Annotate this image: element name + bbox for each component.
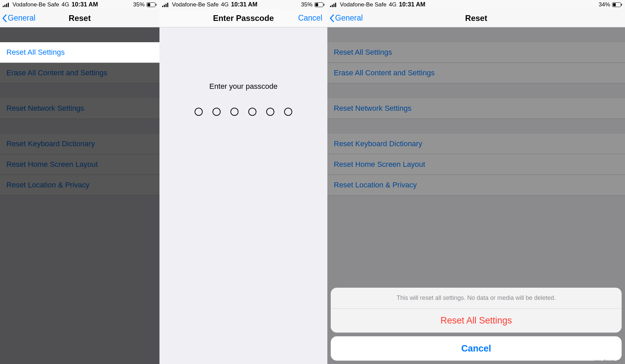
reset-network-row[interactable]: Reset Network Settings (327, 98, 625, 119)
signal-icon (330, 2, 338, 7)
svg-rect-8 (164, 5, 165, 7)
time-label: 10:31 AM (399, 1, 425, 8)
battery-percent: 34% (599, 1, 610, 8)
screen-action-sheet: Vodafone-Be Safe 4G 10:31 AM 34% General… (327, 0, 625, 364)
back-label: General (335, 14, 363, 23)
carrier-label: Vodafone-Be Safe (12, 1, 59, 8)
screen-reset-list: Vodafone-Be Safe 4G 10:31 AM 35% General… (0, 0, 159, 364)
screen-passcode: Vodafone-Be Safe 4G 10:31 AM 35% Enter P… (159, 0, 327, 364)
chevron-left-icon (2, 14, 7, 22)
svg-rect-7 (162, 6, 163, 7)
svg-rect-16 (333, 4, 334, 7)
svg-rect-5 (148, 3, 150, 6)
status-bar: Vodafone-Be Safe 4G 10:31 AM 35% (0, 0, 159, 9)
time-label: 10:31 AM (231, 1, 257, 8)
svg-rect-17 (335, 3, 336, 7)
reset-network-row[interactable]: Reset Network Settings (0, 98, 159, 119)
passcode-dot (212, 108, 221, 116)
sheet-message: This will reset all settings. No data or… (331, 288, 622, 308)
svg-rect-3 (8, 3, 9, 7)
network-label: 4G (61, 1, 69, 8)
nav-bar: General Reset (0, 9, 159, 27)
sheet-cancel-button[interactable]: Cancel (331, 336, 622, 361)
svg-rect-6 (156, 4, 156, 6)
reset-all-settings-row[interactable]: Reset All Settings (327, 42, 625, 63)
passcode-dots[interactable] (195, 108, 292, 116)
reset-list: Reset All Settings Erase All Content and… (0, 27, 159, 364)
signal-icon (162, 2, 170, 7)
svg-rect-13 (324, 4, 324, 6)
reset-home-row[interactable]: Reset Home Screen Layout (0, 154, 159, 175)
reset-all-settings-row[interactable]: Reset All Settings (0, 42, 159, 63)
passcode-dot (230, 108, 239, 116)
chevron-left-icon (329, 14, 334, 22)
cancel-button[interactable]: Cancel (298, 14, 327, 23)
signal-icon (3, 2, 10, 7)
sheet-confirm-button[interactable]: Reset All Settings (331, 308, 622, 333)
action-sheet: This will reset all settings. No data or… (331, 288, 622, 361)
erase-all-content-row[interactable]: Erase All Content and Settings (0, 63, 159, 83)
status-bar: Vodafone-Be Safe 4G 10:31 AM 35% (159, 0, 327, 9)
svg-rect-1 (4, 5, 5, 7)
svg-rect-10 (167, 3, 168, 7)
passcode-dot (266, 108, 274, 116)
passcode-prompt: Enter your passcode (209, 82, 278, 91)
watermark: www.deuaq.com (594, 359, 623, 363)
reset-location-row[interactable]: Reset Location & Privacy (0, 175, 159, 196)
battery-icon (612, 2, 622, 7)
reset-keyboard-row[interactable]: Reset Keyboard Dictionary (327, 134, 625, 154)
svg-rect-15 (332, 5, 333, 7)
svg-rect-9 (166, 4, 167, 7)
back-label: General (8, 14, 35, 23)
status-bar: Vodafone-Be Safe 4G 10:31 AM 34% (327, 0, 625, 9)
passcode-body: Enter your passcode (159, 27, 327, 364)
network-label: 4G (389, 1, 397, 8)
battery-percent: 35% (133, 1, 145, 8)
network-label: 4G (221, 1, 229, 8)
nav-bar: Enter Passcode Cancel (159, 9, 327, 27)
passcode-dot (195, 108, 203, 116)
time-label: 10:31 AM (72, 1, 98, 8)
svg-rect-14 (330, 6, 331, 7)
nav-title: Reset (327, 14, 625, 23)
reset-keyboard-row[interactable]: Reset Keyboard Dictionary (0, 134, 159, 154)
passcode-dot (284, 108, 292, 116)
back-button[interactable]: General (0, 14, 35, 23)
svg-rect-2 (6, 4, 7, 7)
svg-rect-0 (3, 6, 4, 7)
passcode-dot (248, 108, 256, 116)
erase-all-content-row[interactable]: Erase All Content and Settings (327, 63, 625, 83)
reset-location-row[interactable]: Reset Location & Privacy (327, 175, 625, 196)
back-button[interactable]: General (327, 14, 363, 23)
battery-percent: 35% (301, 1, 312, 8)
battery-icon (147, 2, 157, 7)
svg-rect-20 (621, 4, 622, 6)
nav-bar: General Reset (327, 9, 625, 27)
battery-icon (315, 2, 325, 7)
svg-rect-12 (316, 3, 318, 6)
carrier-label: Vodafone-Be Safe (172, 1, 219, 8)
svg-rect-19 (613, 3, 616, 6)
carrier-label: Vodafone-Be Safe (340, 1, 386, 8)
reset-home-row[interactable]: Reset Home Screen Layout (327, 154, 625, 175)
sheet-group: This will reset all settings. No data or… (331, 288, 622, 333)
